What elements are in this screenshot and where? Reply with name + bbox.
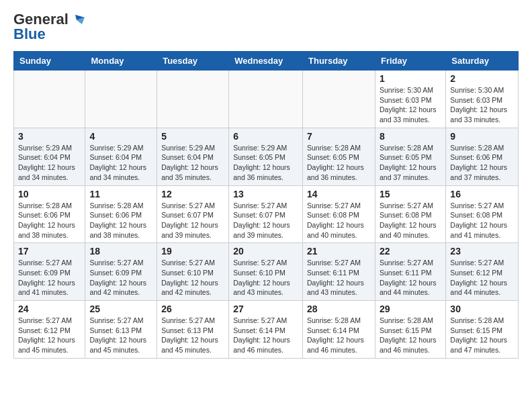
calendar-cell: 1Sunrise: 5:30 AM Sunset: 6:03 PM Daylig… — [375, 71, 445, 128]
day-number: 9 — [450, 131, 514, 142]
day-number: 2 — [450, 73, 514, 84]
calendar-cell — [229, 71, 303, 128]
calendar-cell: 22Sunrise: 5:27 AM Sunset: 6:11 PM Dayli… — [375, 243, 445, 301]
week-row-4: 24Sunrise: 5:27 AM Sunset: 6:12 PM Dayli… — [14, 301, 519, 359]
day-number: 30 — [450, 304, 514, 314]
week-row-2: 10Sunrise: 5:28 AM Sunset: 6:06 PM Dayli… — [14, 185, 519, 243]
day-number: 5 — [161, 131, 224, 142]
week-row-1: 3Sunrise: 5:29 AM Sunset: 6:04 PM Daylig… — [14, 128, 519, 185]
calendar-cell: 16Sunrise: 5:27 AM Sunset: 6:08 PM Dayli… — [446, 185, 519, 243]
calendar-cell: 27Sunrise: 5:27 AM Sunset: 6:14 PM Dayli… — [229, 301, 303, 359]
day-info: Sunrise: 5:28 AM Sunset: 6:06 PM Dayligh… — [89, 201, 152, 240]
day-info: Sunrise: 5:28 AM Sunset: 6:15 PM Dayligh… — [450, 316, 514, 355]
calendar-cell: 7Sunrise: 5:28 AM Sunset: 6:05 PM Daylig… — [303, 128, 375, 185]
calendar-cell: 8Sunrise: 5:28 AM Sunset: 6:05 PM Daylig… — [375, 128, 445, 185]
day-number: 27 — [233, 304, 298, 314]
day-number: 22 — [380, 246, 441, 257]
weekday-header-sunday: Sunday — [14, 52, 85, 71]
day-number: 25 — [89, 304, 152, 314]
calendar-cell: 3Sunrise: 5:29 AM Sunset: 6:04 PM Daylig… — [14, 128, 85, 185]
day-info: Sunrise: 5:27 AM Sunset: 6:08 PM Dayligh… — [307, 201, 371, 240]
weekday-header-saturday: Saturday — [446, 52, 519, 71]
day-number: 13 — [233, 189, 298, 199]
day-info: Sunrise: 5:29 AM Sunset: 6:04 PM Dayligh… — [89, 143, 152, 183]
day-info: Sunrise: 5:27 AM Sunset: 6:12 PM Dayligh… — [450, 258, 514, 298]
day-info: Sunrise: 5:29 AM Sunset: 6:04 PM Dayligh… — [161, 143, 224, 183]
calendar-cell: 19Sunrise: 5:27 AM Sunset: 6:10 PM Dayli… — [157, 243, 229, 301]
day-info: Sunrise: 5:27 AM Sunset: 6:13 PM Dayligh… — [161, 316, 224, 355]
logo: General Blue — [13, 11, 85, 43]
day-number: 26 — [161, 304, 224, 314]
calendar-cell: 12Sunrise: 5:27 AM Sunset: 6:07 PM Dayli… — [157, 185, 229, 243]
calendar-cell: 25Sunrise: 5:27 AM Sunset: 6:13 PM Dayli… — [85, 301, 157, 359]
header: General Blue — [13, 11, 519, 43]
day-info: Sunrise: 5:29 AM Sunset: 6:04 PM Dayligh… — [18, 143, 81, 183]
logo-bird-icon — [70, 13, 85, 26]
weekday-header-monday: Monday — [85, 52, 157, 71]
calendar-cell: 17Sunrise: 5:27 AM Sunset: 6:09 PM Dayli… — [14, 243, 85, 301]
calendar-cell: 10Sunrise: 5:28 AM Sunset: 6:06 PM Dayli… — [14, 185, 85, 243]
day-info: Sunrise: 5:27 AM Sunset: 6:14 PM Dayligh… — [233, 316, 298, 355]
day-info: Sunrise: 5:28 AM Sunset: 6:06 PM Dayligh… — [450, 143, 514, 183]
day-number: 14 — [307, 189, 371, 199]
calendar-cell: 30Sunrise: 5:28 AM Sunset: 6:15 PM Dayli… — [446, 301, 519, 359]
weekday-header-wednesday: Wednesday — [229, 52, 303, 71]
day-info: Sunrise: 5:27 AM Sunset: 6:09 PM Dayligh… — [89, 258, 152, 298]
day-info: Sunrise: 5:27 AM Sunset: 6:07 PM Dayligh… — [233, 201, 298, 240]
calendar-cell — [157, 71, 229, 128]
day-number: 6 — [233, 131, 298, 142]
day-info: Sunrise: 5:27 AM Sunset: 6:11 PM Dayligh… — [380, 258, 441, 298]
day-number: 24 — [18, 304, 81, 314]
day-number: 1 — [380, 73, 441, 84]
day-number: 8 — [380, 131, 441, 142]
calendar-cell: 14Sunrise: 5:27 AM Sunset: 6:08 PM Dayli… — [303, 185, 375, 243]
day-number: 28 — [307, 304, 371, 314]
calendar-cell: 23Sunrise: 5:27 AM Sunset: 6:12 PM Dayli… — [446, 243, 519, 301]
day-info: Sunrise: 5:27 AM Sunset: 6:08 PM Dayligh… — [380, 201, 441, 240]
weekday-header-friday: Friday — [375, 52, 445, 71]
day-info: Sunrise: 5:27 AM Sunset: 6:11 PM Dayligh… — [307, 258, 371, 298]
weekday-header-row: SundayMondayTuesdayWednesdayThursdayFrid… — [14, 52, 519, 71]
day-number: 18 — [89, 246, 152, 257]
calendar-cell: 24Sunrise: 5:27 AM Sunset: 6:12 PM Dayli… — [14, 301, 85, 359]
calendar-cell — [85, 71, 157, 128]
day-number: 7 — [307, 131, 371, 142]
day-number: 4 — [89, 131, 152, 142]
day-number: 10 — [18, 189, 81, 199]
day-info: Sunrise: 5:27 AM Sunset: 6:10 PM Dayligh… — [233, 258, 298, 298]
week-row-0: 1Sunrise: 5:30 AM Sunset: 6:03 PM Daylig… — [14, 71, 519, 128]
calendar-cell: 13Sunrise: 5:27 AM Sunset: 6:07 PM Dayli… — [229, 185, 303, 243]
day-info: Sunrise: 5:28 AM Sunset: 6:06 PM Dayligh… — [18, 201, 81, 240]
day-info: Sunrise: 5:27 AM Sunset: 6:09 PM Dayligh… — [18, 258, 81, 298]
calendar-cell: 29Sunrise: 5:28 AM Sunset: 6:15 PM Dayli… — [375, 301, 445, 359]
day-info: Sunrise: 5:27 AM Sunset: 6:08 PM Dayligh… — [450, 201, 514, 240]
day-info: Sunrise: 5:27 AM Sunset: 6:07 PM Dayligh… — [161, 201, 224, 240]
calendar-cell: 6Sunrise: 5:29 AM Sunset: 6:05 PM Daylig… — [229, 128, 303, 185]
day-number: 20 — [233, 246, 298, 257]
day-info: Sunrise: 5:28 AM Sunset: 6:15 PM Dayligh… — [380, 316, 441, 355]
day-number: 19 — [161, 246, 224, 257]
calendar-cell: 2Sunrise: 5:30 AM Sunset: 6:03 PM Daylig… — [446, 71, 519, 128]
day-number: 17 — [18, 246, 81, 257]
day-number: 29 — [380, 304, 441, 314]
day-info: Sunrise: 5:28 AM Sunset: 6:05 PM Dayligh… — [380, 143, 441, 183]
day-number: 15 — [380, 189, 441, 199]
week-row-3: 17Sunrise: 5:27 AM Sunset: 6:09 PM Dayli… — [14, 243, 519, 301]
day-info: Sunrise: 5:30 AM Sunset: 6:03 PM Dayligh… — [450, 85, 514, 125]
day-number: 21 — [307, 246, 371, 257]
page-container: General Blue SundayMondayTuesdayWednesda… — [0, 0, 532, 369]
calendar-table: SundayMondayTuesdayWednesdayThursdayFrid… — [13, 51, 519, 359]
day-number: 11 — [89, 189, 152, 199]
calendar-cell — [14, 71, 85, 128]
calendar-cell: 5Sunrise: 5:29 AM Sunset: 6:04 PM Daylig… — [157, 128, 229, 185]
day-info: Sunrise: 5:29 AM Sunset: 6:05 PM Dayligh… — [233, 143, 298, 183]
calendar-cell: 18Sunrise: 5:27 AM Sunset: 6:09 PM Dayli… — [85, 243, 157, 301]
calendar-cell: 26Sunrise: 5:27 AM Sunset: 6:13 PM Dayli… — [157, 301, 229, 359]
calendar-cell — [303, 71, 375, 128]
day-number: 3 — [18, 131, 81, 142]
logo-blue: Blue — [13, 26, 46, 43]
day-number: 16 — [450, 189, 514, 199]
calendar-cell: 9Sunrise: 5:28 AM Sunset: 6:06 PM Daylig… — [446, 128, 519, 185]
calendar-cell: 20Sunrise: 5:27 AM Sunset: 6:10 PM Dayli… — [229, 243, 303, 301]
calendar-cell: 4Sunrise: 5:29 AM Sunset: 6:04 PM Daylig… — [85, 128, 157, 185]
